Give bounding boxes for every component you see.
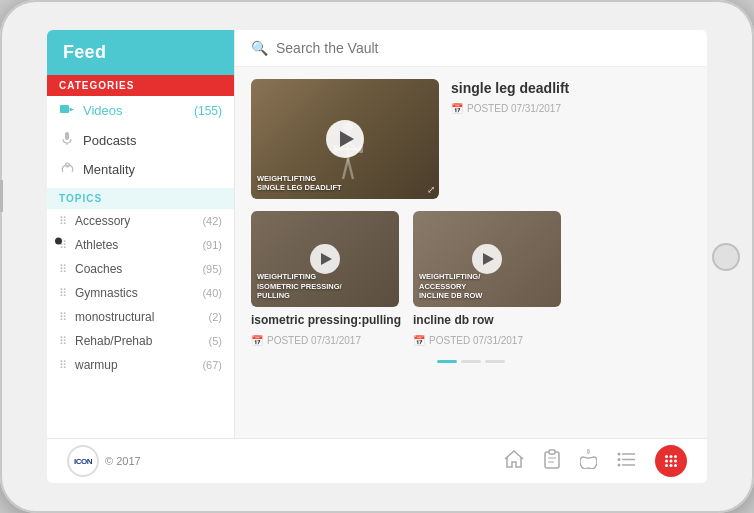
play-triangle	[483, 253, 494, 265]
tablet-home-button[interactable]	[712, 243, 740, 271]
tablet-shell: Feed CATEGORIES Videos (155)	[0, 0, 754, 513]
calendar-icon: 📅	[413, 335, 425, 346]
active-dot	[55, 238, 62, 245]
topic-count: (91)	[202, 239, 222, 251]
copyright-text: © 2017	[105, 455, 141, 467]
video-thumb-small-1[interactable]: WEIGHTLIFTINGISOMETRIC PRESSING/PULLING	[251, 211, 399, 307]
date-text: POSTED 07/31/2017	[267, 335, 361, 346]
videos-label: Videos	[83, 103, 123, 118]
date-text: POSTED 07/31/2017	[429, 335, 523, 346]
tablet-volume-button[interactable]	[0, 180, 3, 212]
topic-label: monostructural	[75, 310, 154, 324]
mic-icon	[59, 132, 75, 148]
play-button-large[interactable]	[326, 120, 364, 158]
categories-header: CATEGORIES	[47, 75, 234, 96]
calendar-icon: 📅	[451, 103, 463, 114]
svg-marker-1	[70, 108, 75, 112]
svg-point-25	[670, 455, 673, 458]
sidebar-item-mentality[interactable]: Mentality	[47, 155, 234, 184]
sidebar-item-podcasts[interactable]: Podcasts	[47, 125, 234, 155]
sidebar-scroll: Videos (155) Podcasts	[47, 96, 234, 438]
topic-count: (42)	[202, 215, 222, 227]
video-title-small-2: incline db row	[413, 313, 561, 329]
svg-line-10	[348, 159, 353, 179]
topic-count: (95)	[202, 263, 222, 275]
topic-monostructural[interactable]: ⠿ monostructural (2)	[47, 305, 234, 329]
search-icon: 🔍	[251, 40, 268, 56]
logo-icon: ICON	[67, 445, 99, 477]
video-info-large: single leg deadlift 📅 POSTED 07/31/2017	[451, 79, 691, 114]
svg-point-26	[674, 455, 677, 458]
svg-point-31	[670, 464, 673, 467]
svg-point-27	[665, 460, 668, 463]
play-button-small-1[interactable]	[310, 244, 340, 274]
svg-point-23	[618, 463, 621, 466]
clipboard-nav-icon[interactable]	[544, 449, 560, 474]
grid-nav-icon[interactable]	[655, 445, 687, 477]
svg-rect-0	[60, 105, 69, 113]
svg-point-22	[618, 458, 621, 461]
video-title-small-1: isometric pressing:pulling	[251, 313, 401, 329]
content-area: WEIGHTLIFTINGSINGLE LEG DEADLIFT ⤢ singl…	[235, 67, 707, 438]
bottom-nav: ICON © 2017	[47, 438, 707, 483]
topic-athletes[interactable]: ⠿ Athletes (91)	[47, 233, 234, 257]
thumb-label-small-1: WEIGHTLIFTINGISOMETRIC PRESSING/PULLING	[257, 272, 342, 301]
play-button-small-2[interactable]	[472, 244, 502, 274]
svg-point-28	[670, 460, 673, 463]
grid-icon: ⠿	[59, 215, 67, 228]
topic-label: Rehab/Prehab	[75, 334, 152, 348]
grid-icon: ⠿	[59, 263, 67, 276]
nav-icons	[504, 445, 687, 477]
video-card-large: WEIGHTLIFTINGSINGLE LEG DEADLIFT ⤢ singl…	[251, 79, 691, 199]
sidebar: Feed CATEGORIES Videos (155)	[47, 30, 235, 438]
sidebar-header: Feed	[47, 30, 234, 75]
svg-point-21	[618, 452, 621, 455]
svg-line-9	[343, 159, 348, 179]
search-input[interactable]	[276, 40, 691, 56]
video-card-small-1: WEIGHTLIFTINGISOMETRIC PRESSING/PULLING …	[251, 211, 401, 346]
mentality-label: Mentality	[83, 162, 135, 177]
app-container: Feed CATEGORIES Videos (155)	[47, 30, 707, 438]
video-title-large: single leg deadlift	[451, 79, 691, 97]
thumb-label-large: WEIGHTLIFTINGSINGLE LEG DEADLIFT	[257, 174, 342, 194]
videos-count: (155)	[194, 104, 222, 118]
svg-point-32	[674, 464, 677, 467]
topic-accessory[interactable]: ⠿ Accessory (42)	[47, 209, 234, 233]
screen: Feed CATEGORIES Videos (155)	[47, 30, 707, 483]
video-thumb-large[interactable]: WEIGHTLIFTINGSINGLE LEG DEADLIFT ⤢	[251, 79, 439, 199]
list-nav-icon[interactable]	[617, 451, 635, 472]
video-thumb-small-2[interactable]: WEIGHTLIFTING/ACCESSORYINCLINE DB ROW	[413, 211, 561, 307]
grid-icon: ⠿	[59, 335, 67, 348]
svg-point-24	[665, 455, 668, 458]
date-text: POSTED 07/31/2017	[467, 103, 561, 114]
grid-icon: ⠿	[59, 359, 67, 372]
topic-count: (5)	[209, 335, 222, 347]
sidebar-item-videos[interactable]: Videos (155)	[47, 96, 234, 125]
topic-gymnastics[interactable]: ⠿ Gymnastics (40)	[47, 281, 234, 305]
main-content: 🔍	[235, 30, 707, 438]
calendar-icon: 📅	[251, 335, 263, 346]
video-icon	[59, 103, 75, 118]
topic-coaches[interactable]: ⠿ Coaches (95)	[47, 257, 234, 281]
home-nav-icon[interactable]	[504, 450, 524, 473]
topic-label: Athletes	[75, 238, 118, 252]
nav-logo: ICON © 2017	[67, 445, 141, 477]
dot-inactive	[485, 360, 505, 363]
svg-point-29	[674, 460, 677, 463]
topic-count: (40)	[202, 287, 222, 299]
grid-icon: ⠿	[59, 311, 67, 324]
topic-label: warmup	[75, 358, 118, 372]
apple-nav-icon[interactable]	[580, 449, 597, 474]
play-triangle	[321, 253, 332, 265]
video-date-large: 📅 POSTED 07/31/2017	[451, 103, 691, 114]
video-date-small-2: 📅 POSTED 07/31/2017	[413, 335, 561, 346]
topics-header: TOPICS	[47, 188, 234, 209]
video-date-small-1: 📅 POSTED 07/31/2017	[251, 335, 401, 346]
thumb-label-small-2: WEIGHTLIFTING/ACCESSORYINCLINE DB ROW	[419, 272, 482, 301]
topic-warmup[interactable]: ⠿ warmup (67)	[47, 353, 234, 377]
topic-rehab[interactable]: ⠿ Rehab/Prehab (5)	[47, 329, 234, 353]
pagination-dots	[251, 360, 691, 363]
topic-count: (67)	[202, 359, 222, 371]
topic-label: Accessory	[75, 214, 130, 228]
grid-icon: ⠿	[59, 287, 67, 300]
